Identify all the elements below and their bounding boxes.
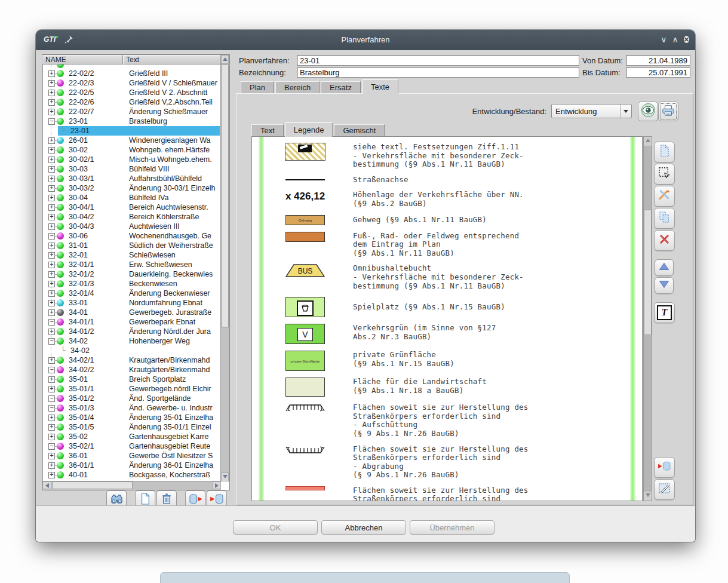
tree-row[interactable]: −35-01/3Änd. Gewerbe- u. Industr bbox=[42, 403, 220, 413]
legend-vertical-scrollbar[interactable] bbox=[643, 136, 652, 501]
expand-toggle-icon[interactable]: + bbox=[48, 223, 55, 230]
tree-row[interactable]: +30-04/2Bereich Köhlerstraße bbox=[42, 212, 220, 222]
expand-toggle-icon[interactable]: + bbox=[48, 329, 55, 335]
tree-row[interactable]: +30-04Bühlfeld IVa bbox=[42, 193, 220, 202]
print-button[interactable] bbox=[658, 102, 678, 121]
expand-toggle-icon[interactable]: − bbox=[48, 338, 55, 345]
tree-row[interactable]: +35-01/4Änderung 35-01 Einzelha bbox=[42, 413, 220, 422]
entwicklung-bestand-select[interactable]: Entwicklung bbox=[551, 104, 632, 118]
expand-toggle-icon[interactable]: + bbox=[48, 462, 55, 469]
tree-row[interactable]: −23-01Brastelburg bbox=[42, 116, 220, 126]
subtab-legende[interactable]: Legende bbox=[285, 122, 333, 137]
tree-row[interactable]: +34-01/2Änderung Nördl.der Jura bbox=[42, 327, 220, 336]
expand-toggle-icon[interactable]: − bbox=[48, 405, 55, 412]
expand-toggle-icon[interactable]: + bbox=[48, 386, 55, 392]
scrollbar-thumb[interactable] bbox=[644, 210, 652, 335]
expand-toggle-icon[interactable]: + bbox=[48, 176, 55, 182]
tree-row[interactable]: +22-02/6Grießfeld V,2.Abschn.Teil bbox=[42, 97, 220, 107]
tree-row[interactable]: +35-01Breich Sportplatz bbox=[42, 375, 220, 384]
chevron-down-icon[interactable] bbox=[620, 105, 631, 118]
scroll-up-arrow[interactable] bbox=[644, 137, 652, 146]
scrollbar-thumb[interactable] bbox=[221, 65, 229, 327]
ok-button[interactable]: OK bbox=[233, 520, 318, 535]
tree-row[interactable]: +22-02/5Grießfeld V 2. Abschnitt bbox=[42, 88, 220, 97]
tree-row[interactable]: +22-02/2Grießfeld III bbox=[42, 69, 220, 78]
tree-row[interactable]: └34-02 bbox=[42, 346, 220, 355]
von-datum-input[interactable] bbox=[626, 55, 690, 66]
copy-button[interactable] bbox=[654, 208, 675, 229]
close-button[interactable]: ✕ bbox=[684, 33, 689, 45]
shade-up-button[interactable]: ∧ bbox=[672, 34, 678, 45]
column-header-name[interactable]: NAME bbox=[42, 55, 123, 65]
move-down-button[interactable] bbox=[655, 277, 674, 294]
expand-toggle-icon[interactable]: − bbox=[48, 118, 55, 125]
subtab-gemischt[interactable]: Gemischt bbox=[334, 124, 385, 137]
tree-row[interactable]: +36-01/1Änderung 36-01 Einzelha bbox=[42, 461, 220, 470]
tree-row[interactable]: +30-03/2Änderung 30-03/1 Einzelh bbox=[42, 183, 220, 193]
expand-toggle-icon[interactable]: + bbox=[48, 185, 55, 192]
db-write-button[interactable] bbox=[654, 457, 675, 478]
image-edit-button[interactable] bbox=[654, 479, 675, 500]
tree-row[interactable]: +35-01/1Gewerbegeb.nördl Elchir bbox=[42, 384, 220, 394]
tree-row[interactable]: −35-02/1Gartenhausgebiet Reute bbox=[42, 441, 220, 451]
expand-toggle-icon[interactable]: + bbox=[48, 357, 55, 364]
tree-row[interactable]: +33-01Nordumfahrung Ebnat bbox=[42, 298, 220, 308]
abbrechen-button[interactable]: Abbrechen bbox=[321, 520, 406, 535]
tab-plan[interactable]: Plan bbox=[241, 81, 274, 94]
tree-row[interactable]: +30-02Wohngeb. ehem.Härtsfe bbox=[42, 145, 220, 155]
tree-row[interactable] bbox=[42, 65, 220, 69]
tree-row[interactable]: +22-02/7Änderung Schießmauer bbox=[42, 107, 220, 116]
tree-row[interactable]: −35-01/2Änd. Sportgelände bbox=[42, 394, 220, 403]
tree-row[interactable]: −34-02Hohenberger Weg bbox=[42, 336, 220, 346]
tree-row[interactable]: −34-01/1Gewerbepark Ebnat bbox=[42, 317, 220, 327]
tree-horizontal-scrollbar[interactable] bbox=[42, 481, 221, 490]
tree-row[interactable]: +36-01Gewerbe Östl Niesitzer S bbox=[42, 451, 220, 461]
tree-row[interactable]: +34-02/1Krautgarten/Birkenmahd bbox=[42, 355, 220, 365]
tree-row[interactable]: +30-04/3Auchtwiesen III bbox=[42, 222, 220, 231]
expand-toggle-icon[interactable]: + bbox=[48, 281, 55, 287]
expand-toggle-icon[interactable]: + bbox=[48, 90, 55, 96]
expand-toggle-icon[interactable]: + bbox=[48, 157, 55, 163]
tree-row[interactable]: −34-02/2Krautgärten/Birkenmahd bbox=[42, 365, 220, 375]
tree-row[interactable]: +40-01Bockgasse, Kocherstraß bbox=[42, 470, 220, 479]
expand-toggle-icon[interactable]: + bbox=[48, 243, 55, 249]
new-page-button[interactable] bbox=[654, 142, 675, 162]
tree-row[interactable]: +22-02/3Grießfeld V / Schießmauer bbox=[42, 78, 220, 88]
scroll-up-arrow[interactable] bbox=[221, 55, 229, 64]
column-header-text[interactable]: Text bbox=[123, 55, 221, 65]
expand-toggle-icon[interactable]: + bbox=[48, 252, 55, 259]
shade-down-button[interactable]: ∨ bbox=[661, 34, 666, 45]
planverfahren-input[interactable] bbox=[297, 55, 579, 66]
tools-button[interactable] bbox=[654, 186, 675, 207]
expand-toggle-icon[interactable]: + bbox=[48, 70, 55, 77]
tree-row[interactable]: +34-01Gewerbegeb. Jurastraße bbox=[42, 308, 220, 317]
expand-toggle-icon[interactable]: + bbox=[48, 109, 55, 115]
expand-toggle-icon[interactable]: + bbox=[48, 424, 55, 431]
expand-toggle-icon[interactable]: + bbox=[48, 80, 55, 87]
expand-toggle-icon[interactable]: + bbox=[48, 453, 55, 459]
tree-row[interactable]: +32-01/4Änderung Beckenwieser bbox=[42, 289, 220, 298]
tree-row[interactable]: +30-02/1Misch-u.Wohngeb.ehem. bbox=[42, 155, 220, 164]
tab-bereich[interactable]: Bereich bbox=[275, 81, 320, 94]
expand-toggle-icon[interactable]: + bbox=[48, 214, 55, 220]
expand-toggle-icon[interactable]: + bbox=[48, 147, 55, 154]
subtab-text[interactable]: Text bbox=[251, 124, 284, 137]
tree-row[interactable]: +32-01Schießwiesen bbox=[42, 250, 220, 260]
expand-toggle-icon[interactable]: + bbox=[48, 99, 55, 106]
expand-toggle-icon[interactable]: − bbox=[48, 395, 55, 402]
text-style-button[interactable]: T bbox=[654, 302, 675, 323]
scroll-down-arrow[interactable] bbox=[644, 492, 652, 501]
scroll-down-arrow[interactable] bbox=[221, 472, 229, 481]
tree-row[interactable]: +31-01Südlich der Weiherstraße bbox=[42, 241, 220, 250]
expand-toggle-icon[interactable]: + bbox=[48, 290, 55, 297]
tree-row[interactable]: └23-01 bbox=[42, 126, 220, 136]
tab-texte[interactable]: Texte bbox=[362, 79, 398, 94]
tree-row[interactable]: +35-02Gartenhausgebiet Karre bbox=[42, 432, 220, 441]
tab-ersatz[interactable]: Ersatz bbox=[321, 81, 361, 94]
expand-toggle-icon[interactable]: − bbox=[48, 319, 55, 326]
tree-row[interactable]: +26-01Windenergieanlagen Wa bbox=[42, 136, 220, 145]
tree-row[interactable]: +32-01/1Erw. Schießwiesen bbox=[42, 260, 220, 269]
expand-toggle-icon[interactable]: + bbox=[48, 137, 55, 144]
eye-button[interactable] bbox=[638, 102, 658, 121]
bernehmen-button[interactable]: Übernehmen bbox=[410, 520, 494, 535]
